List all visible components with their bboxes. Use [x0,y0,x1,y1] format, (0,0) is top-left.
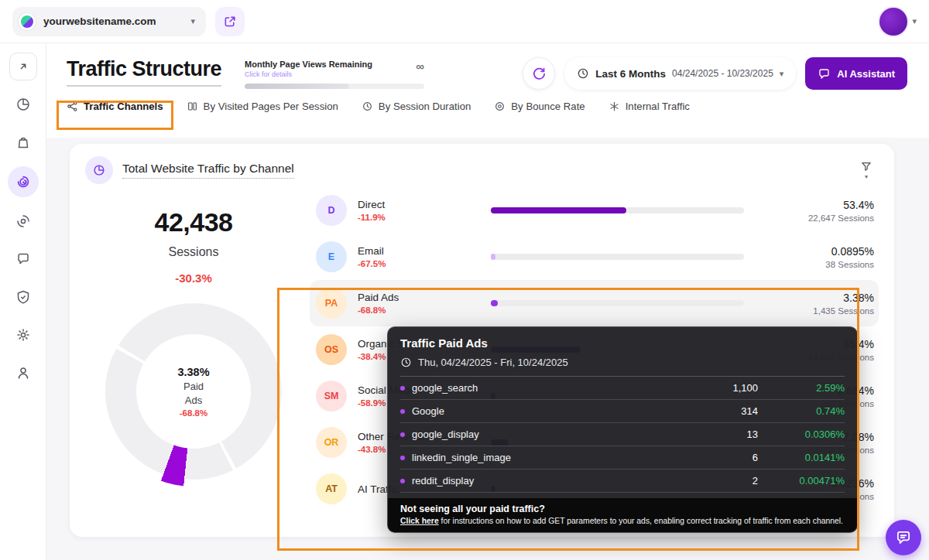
channel-avatar: OS [316,334,347,365]
view-tabs: Traffic Channels By Visited Pages Per Se… [46,90,929,121]
sidebar-expand-button[interactable] [9,53,37,80]
card-title: Total Website Traffic by Channel [122,162,294,179]
channel-bar [491,300,744,306]
bullet-icon [400,386,405,391]
share-nodes-icon [67,101,78,112]
bullet-icon [400,456,405,460]
tooltip-row: google_display 13 0.0306% [400,423,845,446]
channel-percent: 3.38% [761,292,874,304]
channel-bar [491,254,744,260]
ai-chat-icon [818,67,831,80]
site-name: yourwebsitename.com [43,15,183,27]
date-range-value: 04/24/2025 - 10/23/2025 [672,68,773,79]
sidebar [0,43,46,560]
sidebar-item-traffic[interactable] [8,166,39,197]
chat-bubble-icon [895,529,912,546]
sidebar-item-feedback[interactable] [9,245,37,273]
tooltip-row: reddit_display 2 0.00471% [400,470,845,493]
sidebar-item-security[interactable] [9,283,37,311]
refresh-button[interactable] [523,57,555,90]
bullet-icon [400,432,405,437]
expand-icon [16,60,30,73]
channel-percent: 53.4% [761,199,874,211]
clock-icon [400,357,412,368]
ai-assistant-button[interactable]: AI Assistant [805,57,907,90]
channel-row-paid-ads[interactable]: PA Paid Ads -68.8% 3.38% 1,435 Sessions [310,280,879,326]
site-logo-icon [19,13,36,30]
channel-row-email[interactable]: E Email -67.5% 0.0895% 38 Sessions [310,234,879,280]
user-avatar[interactable] [879,8,907,36]
tab-traffic-channels[interactable]: Traffic Channels [67,101,163,112]
channel-row-direct[interactable]: D Direct -11.9% 53.4% 22,647 Sessions [310,187,879,234]
tooltip-footer-text: for instructions on how to add GET param… [439,517,843,525]
chat-bubble-icon [15,251,31,267]
total-change: -30.3% [85,271,302,285]
tooltip-title: Traffic Paid Ads [400,336,845,350]
page-title: Traffic Structure [67,57,221,87]
total-sessions-label: Sessions [85,245,302,259]
tab-bounce-rate[interactable]: By Bounce Rate [494,101,584,112]
sidebar-item-audience[interactable] [9,359,37,387]
channel-percent: 0.0895% [761,245,874,258]
orbit-icon [15,213,31,229]
channel-name: Direct [358,199,491,210]
avatar-chevron-icon[interactable]: ▾ [912,17,917,26]
tooltip-date-range: Thu, 04/24/2025 - Fri, 10/24/2025 [418,357,568,368]
shield-icon [15,289,31,305]
tooltip-row: linkedin_single_image 6 0.0141% [400,446,845,470]
tooltip-footer: Not seeing all your paid traffic? Click … [388,498,857,532]
external-link-icon [223,15,237,29]
channel-avatar: OR [316,427,347,458]
page-views-progress [245,84,424,89]
tooltip-row: Google 314 0.74% [400,400,845,423]
shopping-bag-icon [15,135,31,150]
channel-change: -68.8% [358,306,491,315]
channel-avatar: D [316,195,347,226]
infinity-value: ∞ [416,60,424,73]
card-icon [85,156,113,184]
channel-name: Email [358,245,491,257]
channel-sessions: 1,435 Sessions [761,306,874,316]
channel-sessions: 38 Sessions [761,260,874,269]
donut-center-label: 3.38% Paid Ads -68.8% [136,334,251,449]
channel-name: Paid Ads [358,292,491,303]
site-selector[interactable]: yourwebsitename.com ▾ [12,7,206,36]
date-preset: Last 6 Months [595,68,666,80]
channel-change: -11.9% [358,213,491,222]
filter-funnel-icon [860,160,872,172]
gear-icon [15,327,31,343]
filter-button[interactable]: ▾ [854,157,879,183]
page-views-details-link[interactable]: Click for details [245,70,372,78]
sidebar-item-settings[interactable] [9,321,37,349]
open-site-button[interactable] [215,7,245,36]
duration-clock-icon [362,101,373,112]
channel-donut-chart[interactable]: 3.38% Paid Ads -68.8% [105,303,282,480]
tab-session-duration[interactable]: By Session Duration [362,101,471,112]
total-summary: 42,438 Sessions -30.3% 3.38% Paid Ads -6… [85,187,302,512]
tab-visited-pages[interactable]: By Visited Pages Per Session [187,101,338,112]
chat-fab-button[interactable] [886,520,921,555]
sidebar-item-store[interactable] [9,128,37,156]
channel-avatar: AT [316,473,347,504]
click-here-link[interactable]: Click here [400,517,439,525]
channel-avatar: PA [316,288,347,319]
sidebar-item-analytics[interactable] [9,90,37,118]
sidebar-item-conversions[interactable] [9,207,37,235]
pie-chart-icon [15,97,31,112]
traffic-swirl-icon [15,174,31,190]
page-views-widget[interactable]: Monthly Page Views Remaining Click for d… [245,60,424,89]
date-range-picker[interactable]: Last 6 Months 04/24/2025 - 10/23/2025 ▾ [564,57,796,90]
tooltip-footer-title: Not seeing all your paid traffic? [400,504,845,514]
refresh-icon [532,67,547,81]
tab-internal-traffic[interactable]: Internal Traffic [608,101,690,112]
pie-chart-icon [92,163,106,177]
pages-columns-icon [187,101,198,112]
total-sessions-value: 42,438 [85,207,302,237]
paid-ads-tooltip: Traffic Paid Ads Thu, 04/24/2025 - Fri, … [387,326,858,533]
tooltip-row: google_search 1,100 2.59% [400,377,845,400]
page-views-label: Monthly Page Views Remaining [245,60,372,69]
channel-change: -67.5% [358,259,491,268]
chevron-down-icon: ▾ [190,17,195,26]
channel-avatar: SM [316,381,347,411]
channel-bar [491,207,744,213]
